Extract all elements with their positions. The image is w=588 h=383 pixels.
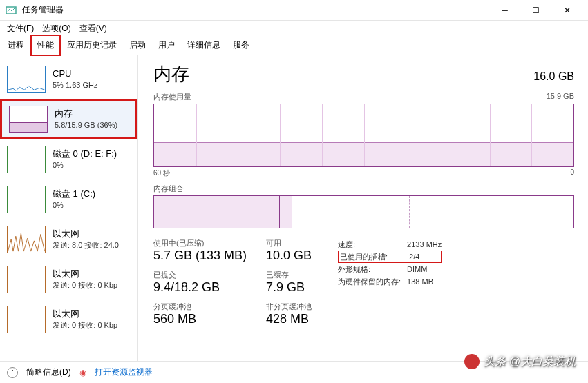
tab-performance[interactable]: 性能: [30, 35, 61, 56]
tab-app-history[interactable]: 应用历史记录: [61, 35, 123, 55]
sidebar: CPU5% 1.63 GHz 内存5.8/15.9 GB (36%) 磁盘 0 …: [0, 55, 138, 361]
cpu-thumb-icon: [7, 66, 46, 93]
tab-services[interactable]: 服务: [227, 35, 256, 55]
info-reserved: 为硬件保留的内存:138 MB: [338, 275, 442, 288]
window-title: 任务管理器: [22, 4, 489, 16]
info-speed: 速度:2133 MHz: [338, 238, 442, 251]
titlebar: 任务管理器 ─ ☐ ✕: [0, 0, 588, 21]
menubar: 文件(F) 选项(O) 查看(V): [0, 21, 588, 36]
sidebar-item-memory[interactable]: 内存5.8/15.9 GB (36%): [0, 99, 137, 139]
stat-inuse: 使用中(已压缩)5.7 GB (133 MB): [153, 238, 247, 263]
resmon-icon: ◉: [79, 368, 86, 377]
net-thumb-icon: [7, 266, 46, 293]
stat-cached: 已缓存7.9 GB: [266, 270, 312, 295]
minimize-button[interactable]: ─: [489, 1, 520, 20]
sidebar-item-ethernet1[interactable]: 以太网发送: 0 接收: 0 Kbp: [0, 259, 137, 299]
sidebar-item-ethernet0[interactable]: 以太网发送: 8.0 接收: 24.0: [0, 219, 137, 259]
stat-paged: 分页缓冲池560 MB: [153, 302, 247, 326]
sidebar-item-ethernet2[interactable]: 以太网发送: 0 接收: 0 Kbp: [0, 299, 137, 340]
tabbar: 进程 性能 应用历史记录 启动 用户 详细信息 服务: [0, 36, 588, 55]
memory-thumb-icon: [9, 106, 48, 133]
close-button[interactable]: ✕: [551, 1, 582, 20]
menu-view[interactable]: 查看(V): [77, 21, 110, 36]
sidebar-item-disk1[interactable]: 磁盘 1 (C:)0%: [0, 179, 137, 219]
memory-composition-graph: [153, 195, 574, 228]
tab-details[interactable]: 详细信息: [181, 35, 227, 55]
watermark: 头条 @大白菜装机: [464, 354, 576, 369]
sidebar-item-disk0[interactable]: 磁盘 0 (D: E: F:)0%: [0, 139, 137, 179]
chevron-up-icon[interactable]: ˄: [7, 367, 18, 378]
tab-startup[interactable]: 启动: [123, 35, 152, 55]
menu-file[interactable]: 文件(F): [4, 21, 37, 36]
app-icon: [6, 5, 17, 16]
memory-usage-graph: [153, 104, 574, 167]
net-thumb-icon: [7, 226, 46, 253]
disk-thumb-icon: [7, 146, 46, 173]
maximize-button[interactable]: ☐: [520, 1, 551, 20]
brief-info-link[interactable]: 简略信息(D): [26, 366, 71, 378]
usage-label: 内存使用量: [153, 92, 191, 102]
sidebar-item-cpu[interactable]: CPU5% 1.63 GHz: [0, 59, 137, 99]
stat-available: 可用10.0 GB: [266, 238, 312, 263]
watermark-avatar-icon: [464, 354, 480, 369]
info-form: 外形规格:DIMM: [338, 263, 442, 275]
tab-processes[interactable]: 进程: [1, 35, 30, 55]
stat-nonpaged: 非分页缓冲池428 MB: [266, 302, 312, 326]
open-resmon-link[interactable]: 打开资源监视器: [95, 366, 153, 378]
stat-committed: 已提交9.4/18.2 GB: [153, 270, 247, 295]
content: 内存 16.0 GB 内存使用量15.9 GB 60 秒0 内存组合 使用中(已…: [138, 55, 588, 361]
info-slots: 已使用的插槽:2/4: [338, 251, 442, 263]
composition-label: 内存组合: [153, 184, 574, 194]
tab-users[interactable]: 用户: [152, 35, 181, 55]
net-thumb-icon: [7, 306, 46, 333]
menu-options[interactable]: 选项(O): [39, 21, 73, 36]
memory-total: 16.0 GB: [533, 70, 574, 83]
disk-thumb-icon: [7, 186, 46, 213]
page-title: 内存: [153, 62, 189, 86]
